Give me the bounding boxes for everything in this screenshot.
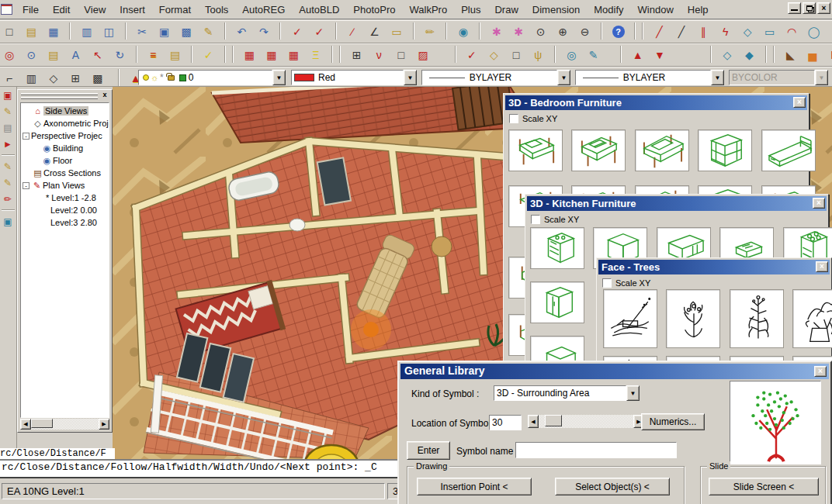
new-icon[interactable]: □ — [0, 22, 19, 41]
viewport-grid-icon[interactable]: ⊞ — [66, 69, 85, 88]
trees-palette-close-icon[interactable]: × — [816, 261, 828, 272]
kind-combo-arrow[interactable]: ▼ — [626, 385, 640, 401]
polygon-icon[interactable]: ◇ — [738, 22, 757, 41]
ray-icon[interactable]: ╱ — [672, 22, 691, 41]
tree-item-axonometric[interactable]: ◇ Axonometric Proje — [21, 117, 109, 129]
aec-grid-3-icon[interactable]: ▦ — [284, 46, 303, 64]
close-button[interactable]: × — [817, 2, 830, 14]
tile-double-bed-2[interactable] — [571, 129, 626, 171]
grid-edit-icon[interactable]: ▨ — [414, 46, 432, 64]
tile-double-bed-1[interactable] — [508, 129, 563, 171]
menu-photopro[interactable]: PhotoPro — [346, 2, 402, 18]
tile-potted-plant[interactable] — [792, 289, 832, 348]
distance-icon[interactable]: ∕ — [343, 22, 362, 41]
box3d-a-icon[interactable]: ◇ — [718, 46, 737, 64]
tile-plant-tall-grass[interactable] — [730, 289, 784, 348]
tile-fridge[interactable] — [530, 281, 584, 323]
collapse-icon[interactable]: - — [23, 182, 29, 189]
arc-icon[interactable]: ◠ — [782, 22, 801, 41]
line-icon[interactable]: ╱ — [650, 22, 668, 41]
style-paint-icon[interactable]: ✱ — [487, 22, 506, 41]
angle-icon[interactable]: ∠ — [366, 22, 384, 41]
parallel-lines-icon[interactable]: ∥ — [694, 22, 712, 41]
menu-view[interactable]: View — [77, 2, 113, 18]
bedroom-palette-titlebar[interactable]: 3D - Bedroom Furniture × — [505, 95, 807, 110]
insertion-point-button[interactable]: Insertion Point < — [417, 478, 532, 495]
trees-palette-titlebar[interactable]: Face - Trees × — [598, 260, 830, 274]
bedroom-palette-close-icon[interactable]: × — [793, 97, 806, 108]
match-properties-icon[interactable]: ✎ — [199, 22, 218, 41]
kitchen-scale-xy-checkbox[interactable] — [531, 215, 540, 224]
tree-panel-close-icon[interactable]: x — [100, 91, 109, 100]
aec-level-icon[interactable]: Ξ — [307, 46, 325, 64]
sofa-icon[interactable]: ▅ — [803, 46, 822, 64]
menu-edit[interactable]: Edit — [46, 2, 77, 18]
tree-item-perspective[interactable]: - Perspective Projec — [21, 129, 109, 142]
bedroom-scale-xy-checkbox[interactable] — [509, 114, 518, 123]
enter-button[interactable]: Enter — [407, 441, 450, 460]
tile-single-bed[interactable] — [761, 129, 816, 171]
ucs-cycle-icon[interactable]: ↻ — [110, 46, 129, 64]
tree-hscrollbar[interactable]: ◀ ▶ — [20, 419, 109, 430]
filter-icon[interactable]: ✓ — [199, 46, 218, 64]
box-tool-icon[interactable]: ▣ — [0, 214, 16, 230]
chair-icon[interactable]: Π — [825, 46, 832, 64]
level-down-icon[interactable]: ▼ — [650, 46, 669, 64]
kind-of-symbol-combo[interactable]: 3D - Surrounding Area ▼ — [494, 385, 640, 401]
trees-scale-xy-checkbox[interactable] — [602, 278, 612, 288]
zoom-text-icon[interactable]: A — [66, 46, 85, 64]
zoom-previous-icon[interactable]: ⊙ — [22, 46, 40, 64]
circle-edit-icon[interactable]: ✎ — [584, 46, 603, 64]
ruler-icon[interactable]: ▭ — [387, 22, 406, 41]
menu-modify[interactable]: Modify — [587, 2, 630, 18]
circle-icon[interactable]: ◯ — [805, 22, 823, 41]
document-icon[interactable] — [1, 4, 12, 15]
rectangle-icon[interactable]: ▭ — [761, 22, 779, 41]
pencil-2-icon[interactable]: ✎ — [0, 159, 16, 174]
tile-bunk-bed[interactable] — [698, 129, 752, 171]
ucs-face-icon[interactable]: ⌐ — [0, 69, 19, 88]
general-library-close-icon[interactable]: × — [814, 366, 827, 377]
edit-check-icon[interactable]: ✓ — [288, 22, 307, 41]
circle-view-icon[interactable]: ◎ — [562, 46, 581, 64]
tree-item-cross-sections[interactable]: ▤ Cross Sections — [21, 167, 109, 179]
tile-double-bed-3[interactable] — [635, 129, 689, 171]
open-icon[interactable]: ▤ — [22, 22, 40, 41]
scroll-thumb[interactable] — [31, 419, 53, 428]
copy-icon[interactable]: ▣ — [155, 22, 174, 41]
menu-file[interactable]: File — [16, 2, 46, 18]
pan-icon[interactable]: ◉ — [454, 22, 473, 41]
menu-format[interactable]: Format — [152, 2, 198, 18]
plot-check-icon[interactable]: ✓ — [310, 22, 328, 41]
general-library-titlebar[interactable]: General Library × — [400, 364, 829, 379]
kitchen-palette-titlebar[interactable]: 3D - Kitchen Furniture × — [527, 196, 827, 211]
menu-plus[interactable]: Plus — [454, 2, 487, 18]
menu-dimension[interactable]: Dimension — [525, 2, 587, 18]
print-preview-icon[interactable]: ◫ — [99, 22, 118, 41]
linetype-combo-arrow[interactable]: ▼ — [557, 70, 570, 85]
compass-icon[interactable]: ◇ — [44, 69, 63, 88]
redo-icon[interactable]: ↷ — [255, 22, 273, 41]
numerics-button[interactable]: Numerics... — [641, 413, 705, 430]
lineweight-combo-arrow[interactable]: ▼ — [711, 70, 724, 85]
zoom-object-icon[interactable]: ◎ — [0, 46, 19, 64]
location-scrollbar[interactable]: ◀ ▶ — [528, 415, 644, 428]
pencil-3-icon[interactable]: ✎ — [0, 175, 16, 191]
menu-autobld[interactable]: AutoBLD — [292, 2, 346, 18]
sheet-tool-icon[interactable]: ▤ — [0, 120, 16, 136]
zoom-out-icon[interactable]: ⊖ — [576, 22, 595, 41]
kitchen-palette-close-icon[interactable]: × — [813, 198, 825, 209]
scroll-thumb[interactable] — [545, 415, 562, 426]
aec-grid-2-icon[interactable]: ▦ — [262, 46, 281, 64]
block-check-icon[interactable]: ✓ — [463, 46, 481, 64]
box3d-b-icon[interactable]: ◆ — [740, 46, 758, 64]
zoom-in-icon[interactable]: ⊕ — [553, 22, 572, 41]
location-of-symbol-input[interactable] — [489, 415, 522, 430]
tile-stove[interactable] — [530, 227, 584, 269]
scroll-left-icon[interactable]: ◀ — [528, 415, 539, 428]
minimize-button[interactable] — [788, 2, 801, 14]
poly-v-icon[interactable]: ν — [369, 46, 388, 64]
color-combo-arrow[interactable]: ▼ — [404, 70, 417, 85]
menu-help[interactable]: Help — [681, 2, 716, 18]
tree-item-level-2[interactable]: Level:2 0.00 — [21, 204, 109, 216]
